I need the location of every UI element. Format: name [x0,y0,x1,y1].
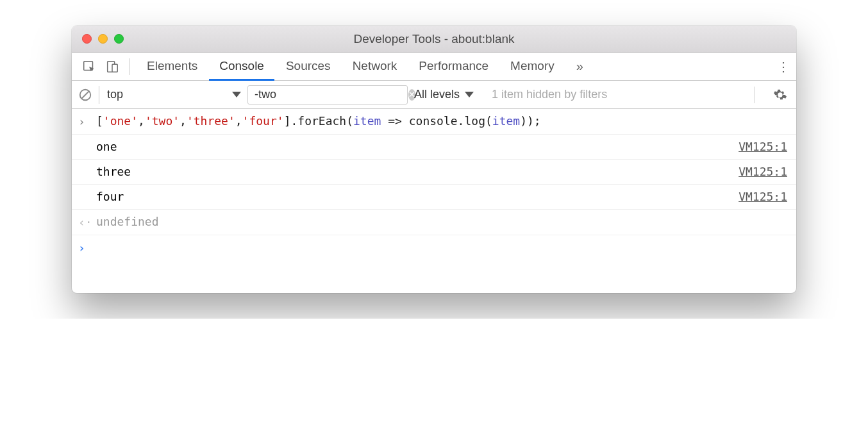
titlebar: Developer Tools - about:blank [72,26,796,53]
tab-elements[interactable]: Elements [137,53,208,81]
clear-console-icon[interactable] [78,88,92,102]
chevron-down-icon [465,92,474,97]
chevron-down-icon [232,92,241,97]
more-tabs-button[interactable]: » [571,59,588,74]
console-log-line: one VM125:1 [72,135,796,160]
console-filter-input[interactable] [255,88,403,101]
context-label: top [107,88,123,101]
minimize-window-button[interactable] [98,34,108,44]
source-link[interactable]: VM125:1 [739,163,787,180]
console-prompt[interactable]: › [72,235,796,293]
separator [755,87,755,103]
devtools-menu-button[interactable]: ⋮ [773,59,794,74]
execution-context-selector[interactable]: top [99,86,241,104]
return-value: undefined [96,214,787,230]
prompt-chevron-icon: › [78,239,96,256]
hidden-by-filters-message: 1 item hidden by filters [492,88,607,101]
levels-label: All levels [414,88,460,101]
tab-sources[interactable]: Sources [276,53,341,81]
log-text: three [96,163,731,180]
svg-rect-2 [112,64,117,72]
window-title: Developer Tools - about:blank [72,32,796,46]
device-toolbar-icon[interactable] [101,56,123,78]
tab-console[interactable]: Console [209,53,274,81]
console-settings-icon[interactable] [773,88,787,102]
source-link[interactable]: VM125:1 [739,188,787,205]
tab-label: Console [219,59,264,73]
tab-memory[interactable]: Memory [500,53,565,81]
window-controls [72,34,124,44]
zoom-window-button[interactable] [114,34,124,44]
log-levels-selector[interactable]: All levels [414,88,474,101]
console-return-line: ‹· undefined [72,210,796,235]
code-line: ['one','two','three','four'].forEach(ite… [96,113,787,130]
separator [129,58,130,75]
devtools-tabstrip: Elements Console Sources Network Perform… [72,53,796,81]
svg-line-4 [82,91,89,98]
tab-performance[interactable]: Performance [408,53,499,81]
tab-label: Network [353,59,397,73]
tab-network[interactable]: Network [342,53,408,81]
tab-label: Memory [510,59,555,73]
console-toolbar: top ✕ All levels 1 item hidden by filter… [72,81,796,109]
tab-label: Elements [147,59,197,73]
console-filter-input-wrap: ✕ [247,85,408,105]
tab-label: Performance [419,59,488,73]
close-window-button[interactable] [82,34,92,44]
log-text: one [96,138,731,155]
inspect-element-icon[interactable] [78,56,100,78]
log-text: four [96,188,731,205]
return-arrow-icon: ‹· [78,214,96,231]
console-log-line: four VM125:1 [72,185,796,210]
console-input-echo: › ['one','two','three','four'].forEach(i… [72,109,796,135]
console-log-line: three VM125:1 [72,160,796,185]
source-link[interactable]: VM125:1 [739,138,787,155]
devtools-window: Developer Tools - about:blank Elements C… [72,26,796,293]
console-output: › ['one','two','three','four'].forEach(i… [72,109,796,293]
input-chevron-icon: › [78,113,96,130]
tab-label: Sources [286,59,331,73]
